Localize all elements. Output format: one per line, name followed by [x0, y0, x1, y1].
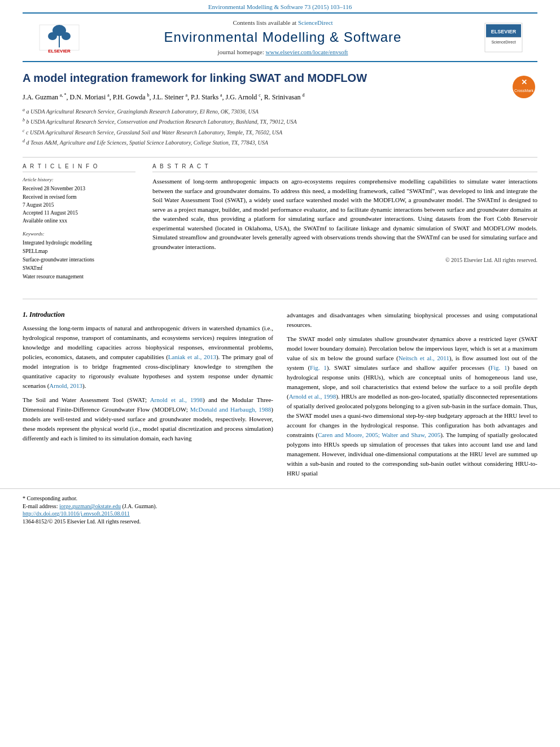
right-para-2: The SWAT model only simulates shallow gr… [287, 334, 537, 479]
authors-line: J.A. Guzman a, *, D.N. Moriasi a, P.H. G… [23, 92, 506, 102]
article-info-title: A R T I C L E I N F O [23, 163, 135, 172]
elsevier-logo-right: ELSEVIER ScienceDirect [481, 22, 526, 53]
journal-homepage: journal homepage: www.elsevier.com/locat… [85, 49, 481, 55]
journal-homepage-link[interactable]: www.elsevier.com/locate/envsoft [266, 49, 348, 55]
keyword-1: Integrated hydrologic modelling [23, 239, 135, 247]
arnold-1998-ref: Arnold et al., 1998 [150, 396, 203, 403]
section1-heading: 1. Introduction [23, 311, 273, 319]
svg-text:ScienceDirect: ScienceDirect [491, 40, 515, 44]
author-guzman: J.A. Guzman a, *, [23, 93, 70, 101]
affiliations: a a USDA Agricultural Research Service, … [23, 107, 506, 147]
footer-area: * Corresponding author. E-mail address: … [0, 488, 560, 530]
svg-text:ELSEVIER: ELSEVIER [491, 29, 517, 34]
right-para-1: advantages and disadvantages when simula… [287, 311, 537, 330]
author-starks: P.J. Starks a, [191, 93, 226, 101]
revised-label: Received in revised form [23, 193, 135, 201]
author-email-link[interactable]: jorge.guzman@okstate.edu [59, 503, 121, 509]
svg-text:✕: ✕ [521, 78, 527, 86]
article-header-row: A model integration framework for linkin… [23, 71, 537, 151]
abstract-text: Assessment of long-term anthropogenic im… [152, 177, 537, 251]
article-content: A model integration framework for linkin… [0, 62, 560, 293]
right-column: advantages and disadvantages when simula… [287, 311, 537, 483]
author-srinivasan: R. Srinivasan d [264, 93, 305, 101]
arnold-2013-ref: Arnold, 2013 [49, 382, 82, 389]
keyword-2: SPELLmap [23, 247, 135, 256]
svg-text:CrossMark: CrossMark [514, 89, 533, 93]
journal-header: ELSEVIER Contents lists available at Sci… [23, 12, 537, 62]
journal-reference-text: Environmental Modelling & Software 73 (2… [208, 3, 352, 10]
keyword-5: Water resource management [23, 273, 135, 281]
keywords-title: Keywords: [23, 231, 135, 237]
page-container: Environmental Modelling & Software 73 (2… [0, 0, 560, 747]
keywords-list: Integrated hydrologic modelling SPELLmap… [23, 239, 135, 282]
journal-reference-bar: Environmental Modelling & Software 73 (2… [0, 0, 560, 12]
info-abstract-row: A R T I C L E I N F O Article history: R… [23, 163, 537, 281]
article-title: A model integration framework for linkin… [23, 71, 506, 85]
left-para-1: Assessing the long-term impacts of natur… [23, 324, 273, 391]
affil-d: d d Texas A&M, Agriculture and Life Scie… [23, 138, 506, 147]
fig1-ref-1: Fig. 1 [310, 364, 327, 371]
abstract-section: A B S T R A C T Assessment of long-term … [152, 163, 537, 281]
email-note: E-mail address: jorge.guzman@okstate.edu… [23, 503, 537, 510]
elsevier-logo-left: ELSEVIER [34, 22, 85, 53]
doi-link[interactable]: http://dx.doi.org/10.1016/j.envsoft.2015… [23, 510, 537, 517]
based-word: based [513, 364, 527, 371]
issn-line: 1364-8152/© 2015 Elsevier Ltd. All right… [23, 518, 537, 525]
svg-text:ELSEVIER: ELSEVIER [48, 49, 71, 53]
mcdonald-ref: McDonald and Harbaugh, 1988 [190, 406, 271, 413]
neitsch-ref: Neitsch et al., 2011 [399, 355, 449, 361]
journal-title: Environmental Modelling & Software [85, 29, 481, 45]
fig1-ref-2: Fig. 1 [491, 364, 508, 371]
corresponding-author-note: * Corresponding author. [23, 495, 537, 503]
affil-b: b b USDA Agricultural Research Service, … [23, 117, 506, 126]
copyright-line: © 2015 Elsevier Ltd. All rights reserved… [152, 257, 537, 263]
article-history-title: Article history: [23, 177, 135, 182]
article-info-box: A R T I C L E I N F O Article history: R… [23, 163, 135, 281]
divider-after-affiliations [23, 157, 537, 158]
caren-ref: Caren and Moore, 2005; Walter and Shaw, … [318, 431, 440, 438]
journal-header-center: Contents lists available at ScienceDirec… [85, 19, 481, 55]
laniak-ref: Laniak et al., 2013 [168, 353, 216, 360]
keyword-3: Surface-groundwater interactions [23, 256, 135, 264]
keyword-4: SWATmf [23, 264, 135, 273]
author-moriasi: D.N. Moriasi a, [70, 93, 113, 101]
svg-point-3 [48, 32, 57, 40]
available-online: Available online xxx [23, 217, 135, 225]
author-arnold: J.G. Arnold c, [226, 93, 262, 101]
arnold-1998-ref2: Arnold et al., 1998 [289, 393, 336, 400]
body-columns: 1. Introduction Assessing the long-term … [0, 311, 560, 483]
contents-line: Contents lists available at ScienceDirec… [85, 19, 481, 26]
affil-a: a a USDA Agricultural Research Service, … [23, 107, 506, 116]
sciencedirect-link[interactable]: ScienceDirect [298, 19, 333, 26]
abstract-title: A B S T R A C T [152, 163, 537, 172]
revised-date: 7 August 2015 [23, 201, 135, 209]
left-column: 1. Introduction Assessing the long-term … [23, 311, 273, 483]
crossmark-badge[interactable]: ✕ CrossMark [512, 75, 537, 101]
svg-point-4 [62, 32, 71, 40]
author-steiner: J.L. Steiner a, [152, 93, 191, 101]
divider-after-abstract [23, 299, 537, 299]
affil-c: c c USDA Agricultural Research Service, … [23, 128, 506, 137]
left-para-2: The Soil and Water Assessment Tool (SWAT… [23, 395, 273, 443]
author-gowda: P.H. Gowda b, [113, 93, 153, 101]
accepted-date: Accepted 11 August 2015 [23, 209, 135, 217]
received-date: Received 28 November 2013 [23, 185, 135, 193]
